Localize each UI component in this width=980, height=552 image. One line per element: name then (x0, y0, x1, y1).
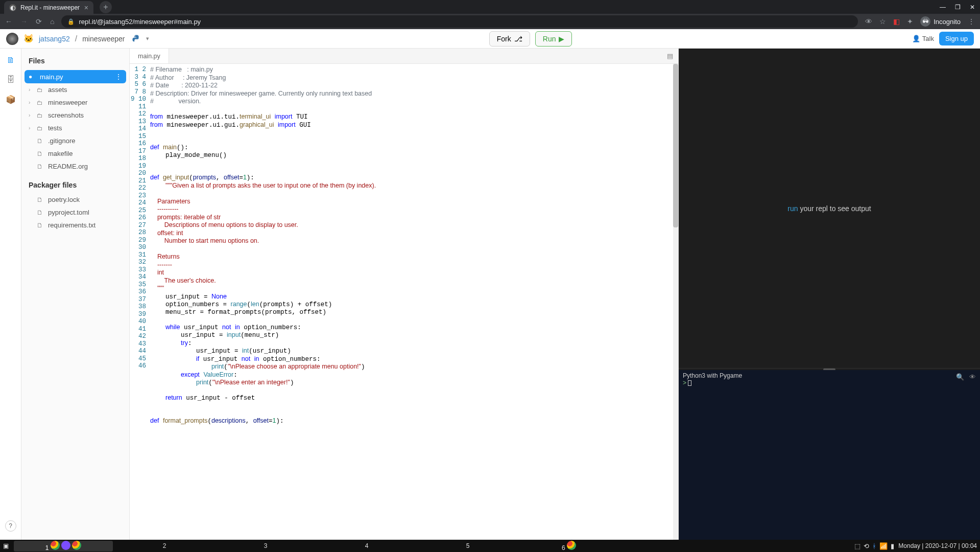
lock-icon: 🔒 (67, 18, 75, 25)
breadcrumb-user[interactable]: jatsang52 (39, 35, 70, 43)
workspace-6[interactable]: 6 (519, 541, 618, 551)
new-tab-button[interactable]: + (100, 1, 112, 13)
chrome-icon (72, 541, 81, 550)
terminal-taskbar-icon[interactable]: ▣ (3, 542, 9, 549)
folder-icon: 🗀 (37, 86, 44, 94)
clock: Monday | 2020-12-07 | 00:04 (898, 542, 977, 549)
url-text: repl.it/@jatsang52/minesweeper#main.py (79, 18, 201, 26)
layout-icon[interactable]: ▤ (662, 49, 678, 63)
back-icon[interactable]: ← (5, 17, 12, 26)
file-icon: 🗋 (37, 150, 44, 157)
taskbar-apps: 1 2 3 4 5 6 (14, 541, 618, 551)
file-README-org[interactable]: 🗋README.org (25, 160, 126, 173)
chrome-icon (51, 541, 60, 550)
star-icon[interactable]: ☆ (879, 17, 886, 26)
editor-tab-main[interactable]: main.py (130, 49, 169, 63)
signup-button[interactable]: Sign up (939, 32, 974, 45)
breadcrumb-sep: / (75, 34, 77, 43)
workspace-1[interactable]: 1 (14, 541, 113, 551)
file-makefile[interactable]: 🗋makefile (25, 147, 126, 160)
maximize-icon[interactable]: ❐ (955, 4, 961, 11)
incognito-badge: 🕶 Incognito (920, 16, 961, 27)
output-placeholder: run your repl to see output (787, 204, 871, 213)
bluetooth-icon[interactable]: ᚼ (872, 542, 876, 550)
folder-screenshots[interactable]: ›🗀screenshots (25, 109, 126, 122)
terminal-cursor (688, 380, 691, 386)
forward-icon[interactable]: → (20, 17, 28, 26)
terminal-settings-icon[interactable]: 👁 (969, 373, 976, 381)
person-icon: 👤 (912, 35, 920, 42)
file-main-py[interactable]: ● main.py ⋮ (25, 70, 126, 83)
terminal-prompt: > (683, 379, 686, 386)
editor-tabs: main.py ▤ (130, 49, 678, 64)
sync-icon[interactable]: ⟲ (864, 542, 869, 550)
workspace-5[interactable]: 5 (418, 542, 517, 549)
database-rail-icon[interactable]: 🗄 (7, 75, 15, 84)
file-requirements-txt[interactable]: 🗋requirements.txt (25, 219, 126, 232)
talk-link[interactable]: 👤 Talk (912, 35, 934, 42)
fork-icon: ⎇ (514, 35, 522, 43)
svg-point-0 (135, 36, 136, 37)
file-poetry-lock[interactable]: 🗋poetry.lock (25, 193, 126, 206)
reload-icon[interactable]: ⟳ (36, 17, 42, 26)
scrollbar[interactable] (673, 64, 678, 540)
replit-logo-icon[interactable] (6, 33, 18, 45)
chevron-right-icon: › (29, 125, 33, 131)
chevron-down-icon[interactable]: ▾ (146, 35, 149, 42)
code-content[interactable]: # Filename : main.py # Author : Jeremy T… (150, 64, 678, 540)
line-gutter: 1 2 3 4 5 6 7 8 9 10 11 12 13 14 15 16 1… (130, 64, 150, 540)
puzzle-icon[interactable]: ✦ (907, 17, 913, 26)
minimize-icon[interactable]: — (940, 4, 946, 11)
wifi-icon[interactable]: 📶 (879, 542, 888, 550)
file--gitignore[interactable]: 🗋.gitignore (25, 134, 126, 147)
file-icon: 🗋 (37, 222, 44, 229)
scroll-thumb[interactable] (673, 64, 678, 227)
file-pyproject-toml[interactable]: 🗋pyproject.toml (25, 206, 126, 219)
browser-toolbar: ← → ⟳ ⌂ 🔒 repl.it/@jatsang52/minesweeper… (0, 14, 980, 29)
incognito-icon: 🕶 (920, 16, 930, 27)
os-taskbar: ▣ 1 2 3 4 5 6 ⬚ ⟲ ᚼ 📶 ▮ Monday | 2020-12… (0, 540, 980, 552)
folder-icon: 🗀 (37, 125, 44, 132)
terminal-pane[interactable]: 🔍 👁 Python3 with Pygame > (679, 370, 980, 540)
menu-icon[interactable]: ⋮ (968, 17, 975, 26)
python-icon (132, 34, 141, 43)
eye-off-icon[interactable]: 👁 (865, 17, 872, 26)
chrome-icon (567, 541, 576, 550)
file-icon: 🗋 (37, 137, 44, 145)
browser-tab-strip: ◐ Repl.it - minesweeper × + — ❐ ✕ (0, 0, 980, 14)
folder-tests[interactable]: ›🗀tests (25, 122, 126, 134)
url-bar[interactable]: 🔒 repl.it/@jatsang52/minesweeper#main.py (61, 15, 858, 28)
dropbox-icon[interactable]: ⬚ (854, 542, 861, 550)
browser-tab[interactable]: ◐ Repl.it - minesweeper × (4, 1, 93, 14)
breadcrumb-repo[interactable]: minesweeper (82, 35, 125, 43)
right-pane: run your repl to see output 🔍 👁 Python3 … (679, 49, 980, 540)
close-icon[interactable]: × (84, 4, 88, 12)
extension-icon[interactable]: ◧ (893, 17, 900, 26)
help-button[interactable]: ? (5, 520, 16, 532)
run-button[interactable]: Run ▶ (535, 31, 572, 47)
files-heading: Files (25, 54, 126, 70)
home-icon[interactable]: ⌂ (50, 17, 54, 26)
close-window-icon[interactable]: ✕ (970, 4, 975, 11)
folder-minesweeper[interactable]: ›🗀minesweeper (25, 96, 126, 109)
system-tray: ⬚ ⟲ ᚼ 📶 ▮ (854, 542, 894, 550)
editor-pane: main.py ▤ 1 2 3 4 5 6 7 8 9 10 11 12 13 … (130, 49, 679, 540)
folder-assets[interactable]: ›🗀assets (25, 83, 126, 96)
run-link[interactable]: run (787, 204, 798, 213)
workspace-2[interactable]: 2 (115, 542, 214, 549)
emacs-icon (61, 541, 70, 550)
terminal-header: Python3 with Pygame (683, 372, 976, 379)
more-icon[interactable]: ⋮ (115, 73, 122, 81)
workspace-4[interactable]: 4 (317, 542, 416, 549)
fork-button[interactable]: Fork ⎇ (489, 31, 530, 47)
chevron-right-icon: › (29, 112, 33, 118)
files-rail-icon[interactable]: 🗎 (7, 56, 15, 65)
workspace-3[interactable]: 3 (216, 542, 315, 549)
avatar-icon: 🐱 (23, 34, 34, 44)
app-header: 🐱 jatsang52 / minesweeper ▾ Fork ⎇ Run ▶… (0, 29, 980, 49)
file-icon: 🗋 (37, 209, 44, 216)
search-icon[interactable]: 🔍 (956, 373, 964, 381)
package-rail-icon[interactable]: 📦 (6, 95, 16, 104)
battery-icon[interactable]: ▮ (891, 542, 894, 550)
folder-icon: 🗀 (37, 99, 44, 106)
